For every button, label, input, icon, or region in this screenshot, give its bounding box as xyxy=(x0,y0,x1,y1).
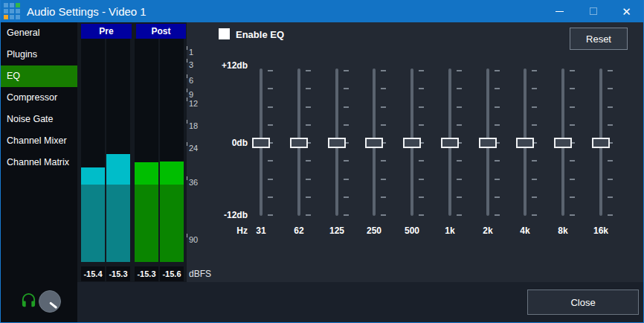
meter-scale-tick: 3 xyxy=(189,61,193,69)
eq-tick-mark xyxy=(381,88,386,89)
eq-tick-mark xyxy=(608,214,613,216)
logo-square xyxy=(10,9,14,13)
eq-tick-mark xyxy=(268,70,273,71)
freq-label-2k: 2k xyxy=(473,226,503,236)
freq-label-500: 500 xyxy=(397,226,427,236)
meter-scale-tick: 90 xyxy=(189,236,198,244)
eq-tick-mark xyxy=(381,196,386,198)
freq-label-62: 62 xyxy=(284,226,314,236)
eq-slider-handle-250[interactable] xyxy=(365,138,383,148)
eq-slider-handle-1k[interactable] xyxy=(441,138,459,148)
meter-header-pre: Pre xyxy=(81,24,132,39)
headphones-icon[interactable] xyxy=(20,292,37,309)
eq-tick-mark xyxy=(532,160,537,162)
minimize-button[interactable] xyxy=(543,0,576,22)
close-icon: ✕ xyxy=(622,6,631,17)
eq-tick-mark xyxy=(532,124,537,126)
eq-tick-mark xyxy=(306,124,311,126)
sidebar-item-plugins[interactable]: Plugins xyxy=(1,44,77,65)
eq-tick-mark xyxy=(381,124,386,126)
eq-tick-mark xyxy=(495,196,500,198)
minimize-icon xyxy=(556,11,564,12)
logo-square xyxy=(16,9,20,13)
eq-tick-mark xyxy=(381,106,386,108)
eq-slider-handle-8k[interactable] xyxy=(554,138,572,148)
meter-level-body xyxy=(160,185,184,262)
enable-eq-checkbox[interactable] xyxy=(219,28,230,39)
meter-level-peak xyxy=(81,167,105,185)
window-title: Audio Settings - Video 1 xyxy=(27,5,543,18)
monitor-volume-knob[interactable] xyxy=(39,290,61,313)
meter-bar xyxy=(81,39,105,262)
eq-tick-mark xyxy=(495,160,500,162)
eq-tick-mark xyxy=(457,160,462,162)
eq-tick-mark xyxy=(457,214,462,216)
eq-slider-handle-4k[interactable] xyxy=(516,138,534,148)
freq-unit-label: Hz xyxy=(209,226,248,236)
sidebar-item-noise-gate[interactable]: Noise Gate xyxy=(1,109,77,130)
eq-tick-mark xyxy=(306,179,311,180)
eq-tick-mark xyxy=(570,196,575,198)
enable-eq-label: Enable EQ xyxy=(236,29,284,40)
eq-tick-mark xyxy=(419,214,424,216)
eq-tick-mark xyxy=(532,214,537,216)
logo-square xyxy=(16,3,20,7)
meter-scale-tick: 24 xyxy=(189,144,198,153)
eq-tick-mark xyxy=(495,106,500,108)
meter-level-body xyxy=(106,185,130,262)
freq-label-16k: 16k xyxy=(586,226,616,236)
meter-unit-label: dBFS xyxy=(189,269,211,279)
eq-tick-mark xyxy=(306,214,311,216)
eq-tick-mark xyxy=(306,106,311,108)
meter-scale-tick: 6 xyxy=(189,77,193,85)
eq-tick-mark xyxy=(495,124,500,126)
eq-slider-handle-31[interactable] xyxy=(252,138,270,148)
eq-tick-mark xyxy=(532,196,537,198)
eq-slider-handle-16k[interactable] xyxy=(592,138,610,148)
eq-tick-mark xyxy=(570,179,575,180)
eq-slider-handle-500[interactable] xyxy=(403,138,421,148)
sidebar-item-channel-matrix[interactable]: Channel Matrix xyxy=(1,152,77,173)
logo-square xyxy=(4,9,8,13)
meter-readout: -15.3 xyxy=(135,266,158,281)
eq-tick-mark xyxy=(344,70,349,71)
close-button[interactable]: Close xyxy=(527,290,639,315)
eq-slider-handle-125[interactable] xyxy=(328,138,346,148)
meter-scale-tick: 9 xyxy=(189,91,193,99)
sidebar-item-eq[interactable]: EQ xyxy=(1,65,77,87)
eq-tick-mark xyxy=(344,88,349,89)
close-window-button[interactable]: ✕ xyxy=(610,0,643,22)
sidebar-item-general[interactable]: General xyxy=(1,22,77,44)
meter-level-peak xyxy=(135,162,158,185)
eq-slider-handle-62[interactable] xyxy=(290,138,308,148)
eq-tick-mark xyxy=(419,124,424,126)
meter-bar xyxy=(160,39,184,262)
meter-header-post: Post xyxy=(136,24,186,39)
eq-panel xyxy=(187,22,643,282)
eq-tick-mark xyxy=(306,196,311,198)
titlebar: Audio Settings - Video 1 ✕ xyxy=(1,0,643,22)
maximize-button[interactable] xyxy=(576,0,610,22)
reset-button[interactable]: Reset xyxy=(570,28,628,50)
eq-tick-mark xyxy=(570,88,575,89)
eq-slider-handle-2k[interactable] xyxy=(479,138,497,148)
eq-tick-mark xyxy=(268,88,273,89)
sidebar-item-compressor[interactable]: Compressor xyxy=(1,87,77,109)
eq-tick-mark xyxy=(608,88,613,89)
eq-tick-mark xyxy=(381,214,386,216)
eq-tick-mark xyxy=(532,179,537,180)
eq-tick-mark xyxy=(419,196,424,198)
eq-tick-mark xyxy=(495,179,500,180)
sidebar-item-channel-mixer[interactable]: Channel Mixer xyxy=(1,130,77,152)
eq-tick-mark xyxy=(419,160,424,162)
eq-tick-mark xyxy=(419,106,424,108)
eq-tick-mark xyxy=(457,179,462,180)
eq-tick-mark xyxy=(570,124,575,126)
meter-readout: -15.3 xyxy=(106,266,130,281)
eq-tick-mark xyxy=(268,196,273,198)
freq-label-8k: 8k xyxy=(548,226,578,236)
settings-sidebar: GeneralPluginsEQCompressorNoise GateChan… xyxy=(1,22,77,322)
logo-square xyxy=(10,3,14,7)
eq-tick-mark xyxy=(495,70,500,71)
maximize-icon xyxy=(590,7,597,15)
